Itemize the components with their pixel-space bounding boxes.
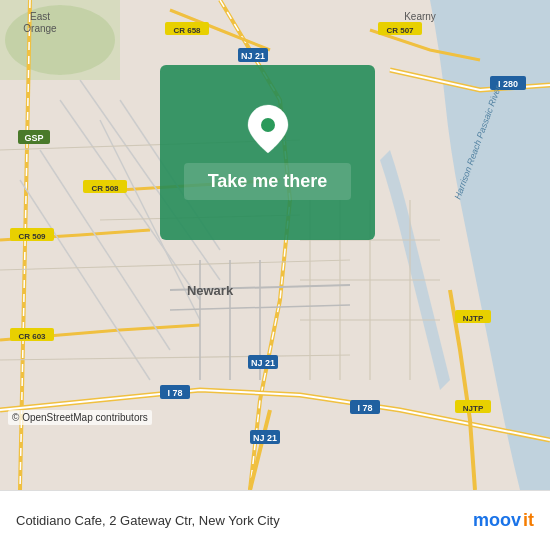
- svg-text:Orange: Orange: [23, 23, 57, 34]
- map-container: GSP NJ 21 NJ 21 NJ 21 I 280 I 78 I 78 CR…: [0, 0, 550, 490]
- svg-text:GSP: GSP: [24, 133, 43, 143]
- svg-text:CR 658: CR 658: [173, 26, 201, 35]
- svg-text:NJ 21: NJ 21: [251, 358, 275, 368]
- svg-text:NJTP: NJTP: [463, 404, 484, 413]
- svg-text:NJ 21: NJ 21: [253, 433, 277, 443]
- bottom-bar: Cotidiano Cafe, 2 Gateway Ctr, New York …: [0, 490, 550, 550]
- svg-text:CR 508: CR 508: [91, 184, 119, 193]
- take-me-there-button[interactable]: Take me there: [184, 163, 352, 200]
- moovit-logo-orange: it: [523, 510, 534, 531]
- svg-text:CR 507: CR 507: [386, 26, 414, 35]
- svg-text:NJ 21: NJ 21: [241, 51, 265, 61]
- svg-text:NJTP: NJTP: [463, 314, 484, 323]
- navigation-overlay[interactable]: Take me there: [160, 65, 375, 240]
- svg-text:I 78: I 78: [167, 388, 182, 398]
- moovit-logo: moovit: [473, 510, 534, 531]
- moovit-logo-blue: moov: [473, 510, 521, 531]
- svg-text:CR 509: CR 509: [18, 232, 46, 241]
- svg-text:I 78: I 78: [357, 403, 372, 413]
- svg-point-2: [5, 5, 115, 75]
- svg-text:East: East: [30, 11, 50, 22]
- svg-text:CR 603: CR 603: [18, 332, 46, 341]
- svg-text:Newark: Newark: [187, 283, 234, 298]
- location-pin-icon: [244, 105, 292, 153]
- location-address: Cotidiano Cafe, 2 Gateway Ctr, New York …: [16, 513, 473, 528]
- map-attribution: © OpenStreetMap contributors: [8, 410, 152, 425]
- svg-point-60: [261, 118, 275, 132]
- svg-text:Kearny: Kearny: [404, 11, 436, 22]
